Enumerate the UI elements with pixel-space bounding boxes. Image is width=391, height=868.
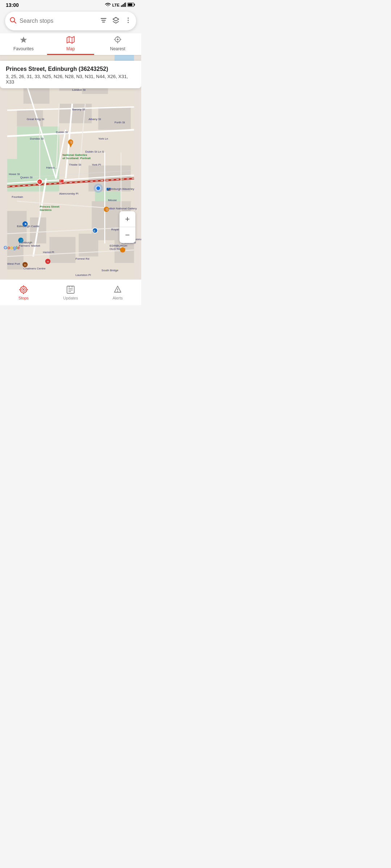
- tab-bar: Favourites Map Nearest: [0, 33, 141, 55]
- svg-text:of Scotland: Portrait: of Scotland: Portrait: [63, 157, 91, 160]
- svg-rect-4: [125, 3, 126, 7]
- svg-point-16: [128, 22, 129, 23]
- svg-point-14: [128, 17, 129, 18]
- svg-rect-34: [98, 107, 131, 130]
- svg-rect-6: [134, 4, 135, 5]
- svg-text:Heriot Pl: Heriot Pl: [43, 251, 54, 254]
- svg-text:West Port: West Port: [7, 262, 20, 265]
- svg-text:York Ln: York Ln: [98, 137, 108, 140]
- svg-rect-3: [124, 3, 125, 7]
- svg-text:Dundas St: Dundas St: [30, 137, 44, 140]
- stop-routes: 3, 25, 26, 31, 33, N25, N26, N28, N3, N3…: [6, 74, 135, 85]
- nav-alerts-label: Alerts: [113, 296, 123, 300]
- google-logo-g2: g: [13, 245, 16, 250]
- nav-stops[interactable]: Stops: [0, 285, 47, 300]
- bottom-nav: Stops Updates Alerts: [0, 279, 141, 305]
- google-logo-o2: o: [10, 245, 13, 250]
- search-bar[interactable]: [5, 12, 136, 30]
- svg-text:Princes Street: Princes Street: [40, 205, 60, 208]
- svg-rect-7: [128, 3, 133, 6]
- search-input[interactable]: [20, 18, 100, 24]
- google-logo-e: e: [17, 245, 20, 250]
- svg-rect-0: [121, 5, 122, 7]
- alerts-icon: [113, 285, 122, 294]
- svg-text:London St: London St: [72, 88, 86, 92]
- svg-rect-2: [123, 4, 124, 7]
- map-container[interactable]: Princes Street Gardens Fountain Edinburg…: [0, 55, 141, 279]
- svg-point-120: [120, 247, 125, 252]
- filter-icon: [100, 17, 107, 24]
- svg-point-25: [117, 39, 119, 41]
- updates-icon: [66, 285, 75, 294]
- search-actions: [100, 17, 132, 26]
- svg-text:South Bridge: South Bridge: [101, 269, 118, 272]
- svg-text:Scottish National Gallery: Scottish National Gallery: [105, 207, 137, 210]
- svg-text:Gardens: Gardens: [40, 208, 52, 212]
- svg-line-9: [14, 21, 16, 23]
- layers-button[interactable]: [112, 17, 119, 26]
- nav-alerts[interactable]: Alerts: [94, 285, 141, 300]
- tab-nearest[interactable]: Nearest: [94, 33, 141, 55]
- more-icon: [125, 17, 132, 24]
- nav-updates[interactable]: Updates: [47, 285, 94, 300]
- nav-stops-label: Stops: [18, 296, 29, 300]
- zoom-out-button[interactable]: −: [119, 227, 135, 243]
- svg-rect-39: [50, 237, 76, 263]
- status-icons: LTE: [105, 3, 135, 8]
- svg-text:Lauriston Pl: Lauriston Pl: [75, 273, 91, 277]
- stops-icon: [19, 285, 28, 294]
- svg-text:T: T: [38, 181, 40, 184]
- google-logo-g: G: [4, 245, 7, 250]
- svg-point-133: [23, 289, 24, 290]
- svg-text:Edinburgh Waverley: Edinburgh Waverley: [108, 187, 134, 191]
- nav-updates-label: Updates: [63, 296, 78, 300]
- svg-text:🚂: 🚂: [108, 188, 110, 191]
- svg-text:National Galleries: National Galleries: [63, 153, 88, 157]
- stop-popup: Princes Street, Edinburgh (36243252) 3, …: [0, 61, 141, 88]
- svg-text:Thistle St: Thistle St: [69, 163, 81, 166]
- zoom-out-icon: −: [125, 230, 130, 240]
- tab-nearest-label: Nearest: [110, 46, 125, 51]
- svg-text:Fountain: Fountain: [12, 195, 23, 199]
- svg-text:Abercromby Pl: Abercromby Pl: [59, 192, 79, 195]
- svg-text:Chalmers Centre: Chalmers Centre: [24, 267, 46, 270]
- location-icon: [114, 36, 122, 46]
- status-time: 13:00: [6, 2, 19, 8]
- svg-text:Forth St: Forth St: [114, 121, 125, 124]
- layers-icon: [112, 17, 119, 24]
- google-logo-o1: o: [7, 245, 10, 250]
- svg-text:Barony St: Barony St: [72, 108, 85, 111]
- zoom-in-icon: +: [125, 214, 130, 224]
- svg-text:H: H: [47, 260, 49, 263]
- filter-button[interactable]: [100, 17, 107, 26]
- svg-text:Howe St: Howe St: [9, 173, 20, 176]
- svg-text:Farmers' Market: Farmers' Market: [19, 244, 40, 247]
- svg-text:T: T: [59, 180, 61, 183]
- map-icon: [67, 36, 75, 46]
- svg-point-15: [128, 20, 129, 21]
- tab-favourites-label: Favourites: [13, 46, 34, 51]
- svg-marker-13: [113, 17, 119, 21]
- svg-text:🎨: 🎨: [70, 140, 73, 144]
- more-button[interactable]: [125, 17, 132, 26]
- svg-marker-17: [20, 37, 27, 43]
- status-bar: 13:00 LTE: [0, 0, 141, 10]
- svg-text:H: H: [24, 263, 26, 267]
- svg-text:Dublin St Ln S: Dublin St Ln S: [85, 150, 104, 153]
- search-icon: [9, 17, 17, 26]
- svg-text:Forrest Rd: Forrest Rd: [75, 257, 89, 260]
- signal-icon: [121, 3, 126, 8]
- svg-rect-35: [59, 104, 92, 123]
- svg-rect-138: [67, 286, 74, 293]
- zoom-in-button[interactable]: +: [119, 211, 135, 227]
- google-logo: G o o g l e: [4, 245, 20, 250]
- battery-icon: [127, 3, 135, 8]
- svg-text:EDINBURGH: EDINBURGH: [110, 244, 127, 247]
- svg-rect-1: [122, 5, 123, 7]
- tab-map[interactable]: Map: [47, 33, 94, 55]
- tab-favourites[interactable]: Favourites: [0, 33, 47, 55]
- svg-text:Albany St: Albany St: [88, 118, 101, 121]
- svg-text:York Pl: York Pl: [92, 163, 101, 166]
- svg-text:🛒: 🛒: [20, 239, 24, 243]
- svg-point-145: [117, 291, 118, 292]
